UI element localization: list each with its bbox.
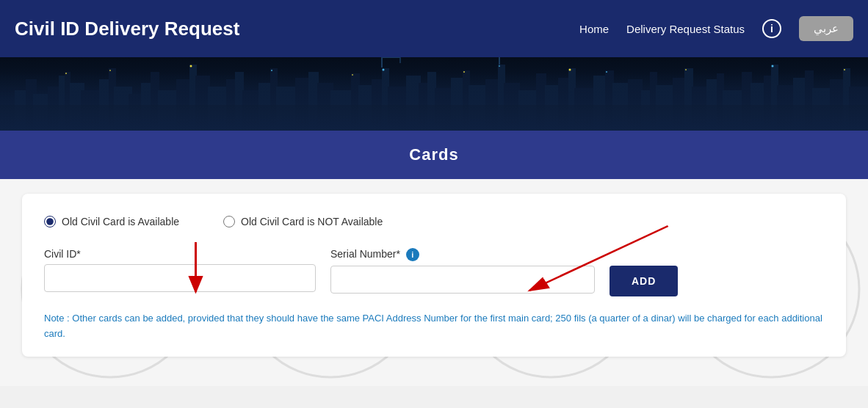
svg-rect-53 [605, 70, 614, 131]
serial-number-input[interactable] [330, 266, 595, 294]
svg-rect-42 [469, 85, 488, 131]
civil-id-input[interactable] [44, 264, 316, 292]
civil-id-label: Civil ID* [44, 248, 316, 260]
info-icon[interactable]: i [762, 19, 781, 38]
form-fields-container: Civil ID* Serial Number* i ADD [44, 248, 824, 296]
svg-rect-55 [628, 79, 643, 131]
svg-rect-0 [0, 57, 868, 131]
svg-rect-28 [308, 72, 319, 131]
svg-rect-15 [151, 72, 159, 131]
svg-rect-45 [504, 83, 520, 131]
svg-rect-69 [777, 85, 795, 131]
radio-option-not-available[interactable]: Old Civil Card is NOT Available [223, 216, 383, 227]
svg-rect-20 [208, 87, 228, 131]
serial-number-field-group: Serial Number* i [330, 248, 595, 294]
svg-rect-72 [812, 88, 831, 131]
cards-section-header: Cards [0, 131, 868, 179]
svg-point-85 [606, 71, 607, 73]
svg-rect-39 [435, 88, 452, 131]
svg-point-79 [271, 70, 272, 71]
svg-point-80 [352, 74, 353, 76]
svg-rect-50 [568, 68, 576, 131]
svg-rect-13 [129, 94, 143, 131]
svg-rect-56 [641, 90, 651, 131]
svg-rect-16 [158, 90, 180, 131]
radio-available-input[interactable] [44, 216, 56, 227]
cards-title: Cards [409, 145, 458, 164]
arabic-button[interactable]: عربي [799, 16, 853, 41]
svg-rect-17 [176, 79, 192, 131]
page-title: Civil ID Delivery Request [15, 18, 239, 40]
svg-rect-71 [805, 70, 814, 131]
svg-rect-63 [717, 73, 724, 131]
radio-not-available-input[interactable] [223, 216, 235, 227]
svg-point-86 [685, 69, 687, 70]
hero-banner [0, 57, 868, 131]
svg-rect-62 [706, 79, 718, 131]
svg-rect-51 [574, 88, 596, 131]
svg-rect-70 [793, 78, 806, 131]
radio-option-available[interactable]: Old Civil Card is Available [44, 216, 179, 227]
svg-rect-4 [33, 94, 51, 131]
svg-rect-64 [723, 90, 743, 131]
svg-point-88 [844, 69, 845, 70]
svg-point-84 [569, 69, 571, 71]
radio-options-row: Old Civil Card is Available Old Civil Ca… [44, 216, 824, 227]
delivery-status-link[interactable]: Delivery Request Status [626, 23, 745, 35]
svg-rect-31 [351, 73, 360, 131]
svg-rect-41 [463, 70, 470, 131]
svg-rect-11 [109, 68, 116, 131]
svg-rect-5 [48, 87, 61, 131]
svg-rect-67 [764, 76, 773, 131]
svg-rect-43 [485, 79, 500, 131]
svg-rect-2 [15, 90, 29, 131]
header-nav: Home Delivery Request Status i عربي [579, 16, 853, 41]
svg-rect-36 [406, 76, 421, 131]
svg-rect-22 [235, 72, 244, 131]
svg-rect-24 [258, 83, 272, 131]
svg-rect-75 [849, 87, 868, 131]
svg-rect-10 [99, 79, 110, 131]
svg-rect-30 [330, 90, 352, 131]
svg-rect-66 [751, 83, 765, 131]
svg-rect-32 [358, 85, 373, 131]
svg-rect-8 [70, 83, 84, 131]
svg-rect-52 [593, 76, 607, 131]
svg-rect-73 [830, 79, 845, 131]
svg-rect-7 [65, 72, 70, 131]
serial-number-info-icon[interactable]: i [406, 248, 419, 261]
serial-number-label: Serial Number* i [330, 248, 595, 261]
svg-rect-40 [451, 78, 464, 131]
svg-rect-46 [518, 90, 539, 131]
svg-rect-29 [317, 83, 333, 131]
header: Civil ID Delivery Request Home Delivery … [0, 0, 868, 57]
svg-rect-94 [0, 105, 868, 131]
form-card: Old Civil Card is Available Old Civil Ca… [22, 194, 846, 357]
civil-id-field-group: Civil ID* [44, 248, 316, 292]
svg-rect-37 [419, 83, 430, 131]
svg-rect-25 [270, 68, 278, 131]
svg-rect-44 [498, 65, 505, 131]
svg-point-78 [190, 65, 192, 68]
svg-rect-34 [382, 68, 389, 131]
svg-rect-12 [114, 87, 132, 131]
svg-rect-27 [295, 78, 310, 131]
svg-rect-18 [189, 65, 197, 131]
svg-rect-6 [59, 76, 68, 131]
svg-rect-38 [427, 72, 436, 131]
svg-rect-59 [673, 78, 686, 131]
svg-rect-1 [0, 98, 22, 131]
svg-point-83 [499, 65, 500, 67]
radio-not-available-label: Old Civil Card is NOT Available [241, 216, 383, 227]
svg-rect-58 [656, 85, 675, 131]
svg-point-76 [65, 73, 67, 74]
svg-rect-74 [843, 68, 850, 131]
svg-rect-60 [684, 68, 693, 131]
svg-rect-19 [195, 76, 210, 131]
form-fields-row: Civil ID* Serial Number* i ADD [44, 248, 824, 296]
svg-rect-68 [771, 65, 778, 131]
svg-rect-54 [612, 83, 630, 131]
add-button[interactable]: ADD [610, 266, 678, 296]
home-link[interactable]: Home [579, 23, 609, 35]
svg-rect-65 [742, 72, 752, 131]
